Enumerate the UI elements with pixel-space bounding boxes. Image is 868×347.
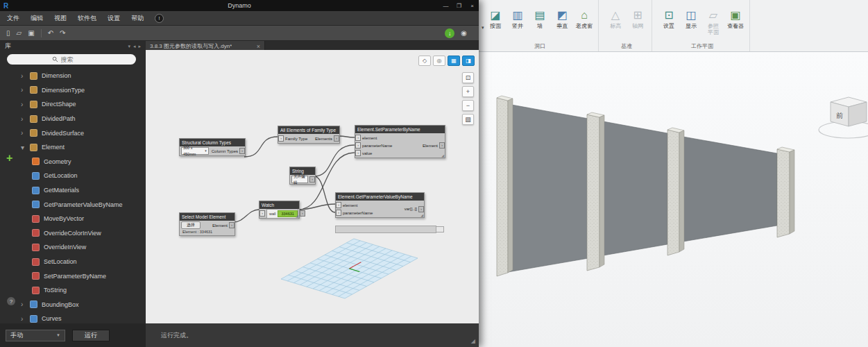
ribbon-button-vertical-opening[interactable]: ◩ 垂直 bbox=[552, 8, 572, 29]
group-label-opening[interactable]: 洞口 bbox=[485, 41, 595, 51]
menu-file[interactable]: 文件 bbox=[7, 14, 19, 23]
ribbon-button-set-workplane[interactable]: ⊡ 设置 bbox=[658, 8, 679, 29]
input-port[interactable]: › bbox=[336, 202, 341, 208]
output-port[interactable]: › bbox=[300, 210, 305, 217]
library-search[interactable] bbox=[7, 54, 136, 65]
minimize-button[interactable]: — bbox=[439, 0, 452, 11]
camera-icon[interactable]: ◉ bbox=[461, 29, 467, 37]
library-item-setlocation[interactable]: SetLocation bbox=[0, 255, 146, 269]
node-watch[interactable]: Watch › wall 334631 › ◢ bbox=[259, 201, 300, 219]
library-item-getparametervaluebyname[interactable]: GetParameterValueByName bbox=[0, 197, 146, 212]
pane-left-icon[interactable]: ◂ bbox=[133, 44, 136, 49]
fit-view-icon[interactable]: ⊡ bbox=[462, 72, 474, 83]
node-string[interactable]: String 允许编辑 › bbox=[289, 167, 316, 185]
library-category-boundingbox[interactable]: ›BoundingBox bbox=[0, 298, 146, 312]
library-item-getmaterials[interactable]: GetMaterials bbox=[0, 183, 146, 198]
menu-settings[interactable]: 设置 bbox=[108, 14, 120, 23]
ribbon-button-viewer[interactable]: ▣ 查看器 bbox=[725, 8, 746, 29]
redo-icon[interactable]: ↷ bbox=[60, 30, 65, 37]
node-title[interactable]: Select Model Element bbox=[180, 213, 235, 221]
output-port[interactable]: › bbox=[239, 148, 245, 154]
menu-view[interactable]: 视图 bbox=[54, 14, 67, 23]
pan-mode-icon[interactable]: ◎ bbox=[433, 56, 445, 66]
library-category-directshape[interactable]: ›DirectShape bbox=[0, 97, 146, 112]
undo-icon[interactable]: ↶ bbox=[48, 30, 53, 37]
preview-pin[interactable] bbox=[436, 226, 444, 232]
string-value-input[interactable]: 允许编辑 bbox=[291, 176, 308, 183]
node-structural-column-types[interactable]: Structural Column Types 300 x 450mm▾ Col… bbox=[179, 138, 246, 156]
wire[interactable] bbox=[244, 137, 278, 157]
tab-close-icon[interactable]: × bbox=[257, 43, 260, 50]
graph-view-icon[interactable]: ▦ bbox=[448, 56, 460, 66]
graph-canvas[interactable]: Structural Column Types 300 x 450mm▾ Col… bbox=[146, 50, 479, 323]
ribbon-button-grid[interactable]: ⊞ 轴网 bbox=[627, 8, 648, 29]
concrete-column[interactable] bbox=[587, 112, 604, 271]
output-port[interactable]: › bbox=[309, 176, 315, 183]
input-port[interactable]: › bbox=[278, 135, 284, 142]
zoom-out-icon[interactable]: − bbox=[462, 100, 474, 111]
wire[interactable] bbox=[339, 136, 355, 137]
ribbon-button-shaft[interactable]: ▥ 竖井 bbox=[507, 8, 528, 29]
library-item-overrideinview[interactable]: OverrideInView bbox=[0, 240, 146, 255]
node-resize-grip[interactable]: ◢ bbox=[420, 214, 423, 217]
node-title[interactable]: Watch bbox=[259, 201, 299, 209]
library-item-getlocation[interactable]: GetLocation bbox=[0, 169, 146, 183]
panel-collapse-icon[interactable]: ▾ bbox=[482, 25, 484, 31]
library-category-curves[interactable]: ›Curves bbox=[0, 312, 146, 323]
export-workspace-icon[interactable]: ↓ bbox=[445, 28, 454, 38]
save-file-icon[interactable]: ▣ bbox=[28, 30, 34, 37]
library-category-dimension[interactable]: ›Dimension bbox=[0, 69, 146, 83]
wall-panel[interactable] bbox=[508, 104, 588, 272]
geometry-view-icon[interactable]: ◨ bbox=[462, 56, 475, 66]
output-port[interactable]: › bbox=[439, 142, 445, 149]
wire[interactable] bbox=[234, 210, 259, 222]
restore-button[interactable]: ❐ bbox=[452, 0, 466, 11]
run-mode-select[interactable]: 手动 ▼ bbox=[6, 330, 65, 341]
menu-help[interactable]: 帮助 bbox=[131, 14, 144, 23]
ribbon-button-wall-opening[interactable]: ▤ 墙 bbox=[529, 8, 550, 29]
concrete-column[interactable] bbox=[777, 147, 794, 237]
library-category-dimensiontype[interactable]: ›DimensionType bbox=[0, 83, 146, 98]
new-file-icon[interactable]: ▯ bbox=[6, 30, 10, 37]
concrete-column[interactable] bbox=[497, 96, 513, 276]
node-element-setparameterbyname[interactable]: Element.SetParameterByName ›element ›par… bbox=[355, 125, 445, 158]
wall-panel[interactable] bbox=[679, 136, 777, 242]
node-resize-grip[interactable]: ◢ bbox=[441, 154, 444, 158]
menu-packages[interactable]: 软件包 bbox=[78, 14, 96, 23]
input-port[interactable]: › bbox=[355, 135, 361, 141]
viewcube[interactable]: 前 bbox=[819, 97, 868, 138]
concrete-column[interactable] bbox=[667, 128, 684, 255]
wall-panel[interactable] bbox=[599, 121, 667, 256]
pane-collapse-icon[interactable]: ▾ bbox=[128, 44, 130, 49]
revit-3d-view[interactable]: 前 bbox=[479, 52, 868, 347]
family-type-dropdown[interactable]: 300 x 450mm▾ bbox=[181, 147, 209, 155]
pane-right-icon[interactable]: ▸ bbox=[138, 44, 141, 49]
node-title[interactable]: All Elements of Family Type bbox=[278, 126, 339, 134]
node-all-elements-of-family-type[interactable]: All Elements of Family Type › Family Typ… bbox=[278, 126, 340, 144]
library-category-element[interactable]: ▾Element bbox=[0, 140, 146, 155]
node-resize-grip[interactable]: ◢ bbox=[296, 214, 298, 218]
ribbon-button-opening-by-face[interactable]: ◪ 按面 bbox=[485, 8, 506, 29]
ribbon-button-show-workplane[interactable]: ◫ 显示 bbox=[681, 8, 701, 29]
node-output-preview[interactable] bbox=[335, 226, 436, 233]
group-label-datum[interactable]: 基准 bbox=[605, 41, 648, 51]
library-item-movebyvector[interactable]: MoveByVector bbox=[0, 212, 146, 226]
ribbon-button-level[interactable]: △ 标高 bbox=[605, 8, 626, 29]
select-element-button[interactable]: 选择 bbox=[181, 221, 201, 229]
menu-edit[interactable]: 编辑 bbox=[31, 14, 43, 23]
orbit-icon[interactable]: ◇ bbox=[418, 56, 431, 66]
dynamo-titlebar[interactable]: R Dynamo — ❐ × bbox=[0, 0, 479, 11]
node-title[interactable]: Element.SetParameterByName bbox=[355, 126, 445, 133]
ribbon-button-reference-plane[interactable]: ▱ 参照平面 bbox=[703, 8, 724, 35]
input-port[interactable]: › bbox=[355, 142, 361, 149]
wire[interactable] bbox=[314, 145, 355, 176]
node-element-getparametervaluebyname[interactable]: Element.GetParameterValueByName ›element… bbox=[335, 192, 425, 218]
ribbon-button-dormer[interactable]: ⌂ 老虎窗 bbox=[574, 8, 595, 29]
window-resize-grip[interactable]: ◢ bbox=[471, 338, 475, 344]
watch-element-link[interactable]: 334631 bbox=[278, 210, 297, 217]
node-select-model-element[interactable]: Select Model Element 选择 Element› Element… bbox=[179, 212, 235, 236]
library-item-overridecolorinview[interactable]: OverrideColorInView bbox=[0, 226, 146, 241]
zoom-in-icon[interactable]: + bbox=[462, 86, 474, 97]
input-port[interactable]: › bbox=[336, 210, 341, 216]
output-port[interactable]: › bbox=[229, 222, 235, 228]
